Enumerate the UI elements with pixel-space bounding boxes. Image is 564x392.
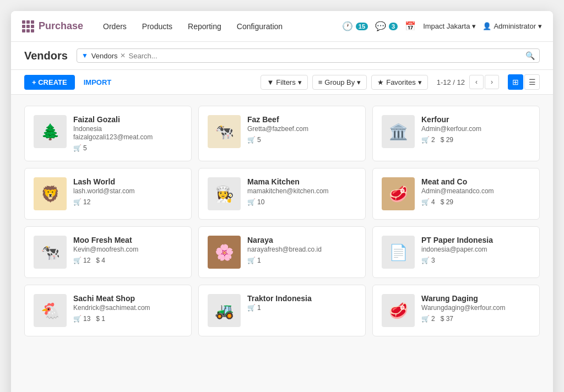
notification-count: 15 [356, 23, 368, 30]
vendor-logo: 👩‍🍳 [208, 177, 241, 210]
vendor-name: Faizal Gozali [73, 115, 182, 124]
vendor-info: Faizal Gozali Indonesia faizalgozali123@… [73, 115, 182, 152]
app-logo[interactable]: Purchase [22, 20, 83, 32]
vendor-name: Traktor Indonesia [247, 294, 356, 303]
filters-chevron-icon: ▾ [298, 78, 302, 86]
vendor-card[interactable]: 👩‍🍳 Mama Kitchen mamakitchen@kitchen.com… [198, 168, 366, 220]
vendor-card[interactable]: 🥩 Meat and Co Admin@meatandco.com 🛒 4 $ … [372, 168, 540, 220]
groupby-button[interactable]: ≡ Group By ▾ [312, 75, 367, 90]
vendor-info: Faz Beef Gretta@fazbeef.com 🛒 5 [247, 115, 356, 144]
cart-icon: 🛒 [73, 257, 82, 264]
nav-configuration[interactable]: Configuration [230, 19, 289, 34]
cart-icon: 🛒 [421, 315, 430, 323]
nav-products[interactable]: Products [135, 19, 179, 34]
content-area: 🌲 Faizal Gozali Indonesia faizalgozali12… [11, 95, 553, 392]
cart-icon: 🛒 [247, 198, 256, 206]
vendor-name: PT Paper Indonesia [421, 236, 530, 244]
vendor-card[interactable]: 🐄 Moo Fresh Meat Kevin@moofresh.com 🛒 12… [24, 226, 192, 278]
vendor-info: Moo Fresh Meat Kevin@moofresh.com 🛒 12 $… [73, 236, 182, 264]
nav-right: 🕐 15 💬 3 📅 Impact Jakarta ▾ 👤 Administra… [341, 20, 542, 32]
admin-chevron-icon: ▾ [538, 22, 542, 30]
cart-icon: 🛒 [73, 198, 82, 206]
grid-view-button[interactable]: ⊞ [508, 74, 523, 90]
vendor-info: Traktor Indonesia 🛒 1 [247, 294, 356, 312]
filter-icon: ▼ [267, 78, 274, 86]
import-button[interactable]: IMPORT [79, 75, 116, 90]
list-view-button[interactable]: ☰ [524, 74, 540, 90]
search-bar[interactable]: ▼ Vendors ✕ 🔍 [77, 48, 540, 63]
favorites-button[interactable]: ★ Favorites ▾ [371, 75, 427, 90]
favorites-chevron-icon: ▾ [418, 78, 422, 86]
vendor-logo: 🐄 [208, 115, 241, 148]
filter-remove-icon[interactable]: ✕ [120, 52, 126, 59]
vendor-email: indonesia@paper.com [421, 246, 530, 253]
vendor-card[interactable]: 🏛️ Kerfour Admin@kerfour.com 🛒 2 $ 29 [372, 106, 540, 161]
vendor-card[interactable]: 🌲 Faizal Gozali Indonesia faizalgozali12… [24, 106, 192, 161]
vendor-stats: 🛒 5 [247, 136, 356, 144]
search-input[interactable] [129, 52, 522, 60]
vendor-logo: 📄 [382, 236, 415, 269]
order-count: 🛒 12 [73, 257, 90, 264]
vendor-logo: 🐄 [34, 236, 67, 269]
create-button[interactable]: + CREATE [24, 75, 75, 90]
vendor-card[interactable]: 🌸 Naraya narayafresh@bread.co.id 🛒 1 [198, 226, 366, 278]
vendor-stats: 🛒 12 $ 4 [73, 257, 182, 264]
company-selector[interactable]: Impact Jakarta ▾ [423, 22, 476, 30]
vendor-info: Meat and Co Admin@meatandco.com 🛒 4 $ 29 [421, 177, 530, 206]
vendor-name: Naraya [247, 236, 356, 244]
vendor-email: Warungdaging@kerfour.com [421, 304, 530, 312]
search-icon[interactable]: 🔍 [525, 51, 535, 60]
pagination-info: 1-12 / 12 [437, 78, 465, 86]
vendor-card[interactable]: 🦁 Lash World lash.world@star.com 🛒 12 [24, 168, 192, 220]
filter-tag: Vendors ✕ [91, 52, 126, 60]
vendor-logo: 🥩 [382, 294, 415, 327]
vendor-card[interactable]: 🐄 Faz Beef Gretta@fazbeef.com 🛒 5 [198, 106, 366, 161]
grid-icon [22, 20, 34, 32]
cart-icon: 🛒 [421, 198, 430, 206]
vendor-card[interactable]: 🐔 Sachi Meat Shop Kendrick@sachimeat.com… [24, 285, 192, 336]
cart-icon: 🛒 [247, 257, 256, 264]
groupby-chevron-icon: ▾ [357, 78, 361, 86]
vendor-logo: 🥩 [382, 177, 415, 210]
cart-icon: 🛒 [73, 315, 82, 323]
vendor-stats: 🛒 1 [247, 257, 356, 264]
vendor-logo: 🦁 [34, 177, 67, 210]
cart-icon: 🛒 [247, 136, 256, 144]
vendor-stats: 🛒 1 [247, 304, 356, 312]
vendor-email: Kendrick@sachimeat.com [73, 304, 182, 312]
vendor-card[interactable]: 📄 PT Paper Indonesia indonesia@paper.com… [372, 226, 540, 278]
messages-badge[interactable]: 💬 3 [375, 20, 398, 32]
vendor-card[interactable]: 🥩 Warung Daging Warungdaging@kerfour.com… [372, 285, 540, 336]
vendor-name: Faz Beef [247, 115, 356, 124]
vendor-info: Mama Kitchen mamakitchen@kitchen.com 🛒 1… [247, 177, 356, 206]
vendor-logo: 🏛️ [382, 115, 415, 148]
notifications-badge[interactable]: 🕐 15 [341, 20, 368, 32]
filters-button[interactable]: ▼ Filters ▾ [261, 75, 307, 90]
vendor-info: PT Paper Indonesia indonesia@paper.com 🛒… [421, 236, 530, 264]
order-count: 🛒 5 [73, 144, 87, 152]
nav-orders[interactable]: Orders [96, 19, 133, 34]
vendor-country: Indonesia [73, 125, 182, 133]
nav-reporting[interactable]: Reporting [181, 19, 228, 34]
vendor-name: Moo Fresh Meat [73, 236, 182, 244]
vendor-stats: 🛒 4 $ 29 [421, 198, 530, 206]
cart-icon: 🛒 [421, 257, 430, 264]
prev-page-button[interactable]: ‹ [469, 75, 484, 89]
calendar-icon[interactable]: 📅 [404, 20, 416, 32]
vendor-card[interactable]: 🚜 Traktor Indonesia 🛒 1 [198, 285, 366, 336]
app-window: Purchase Orders Products Reporting Confi… [11, 11, 553, 392]
order-amount: $ 4 [96, 257, 105, 264]
vendor-logo: 🌲 [34, 115, 67, 148]
vendor-email: lash.world@star.com [73, 187, 182, 195]
vendor-email: Admin@meatandco.com [421, 187, 530, 195]
favorites-label: Favorites [386, 78, 415, 86]
cart-icon: 🛒 [73, 144, 82, 152]
admin-selector[interactable]: 👤 Administrator ▾ [482, 22, 542, 30]
vendor-email: Kevin@moofresh.com [73, 246, 182, 253]
groupby-label: Group By [324, 78, 355, 86]
vendor-email: faizalgozali123@meat.com [73, 133, 182, 141]
admin-icon: 👤 [482, 22, 491, 30]
top-navigation: Purchase Orders Products Reporting Confi… [11, 11, 553, 42]
vendor-name: Mama Kitchen [247, 177, 356, 186]
next-page-button[interactable]: › [485, 75, 499, 89]
